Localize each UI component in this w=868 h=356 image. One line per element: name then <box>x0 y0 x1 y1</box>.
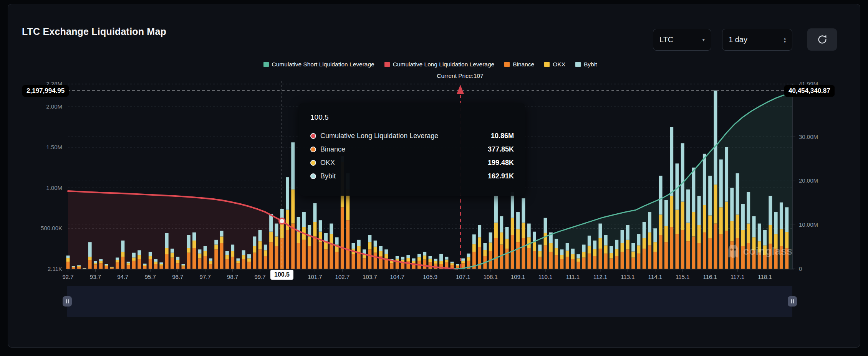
legend-swatch <box>384 62 390 67</box>
symbol-select[interactable]: LTC ▾ <box>653 29 711 51</box>
right-axis-tick-label: 30.00M <box>799 134 818 140</box>
x-axis-tick-label: 92.7 <box>62 274 73 280</box>
tooltip-row-label: OKX <box>320 159 335 167</box>
range-handle-right[interactable] <box>788 296 797 307</box>
page-title: LTC Exchange Liquidation Map <box>22 26 166 37</box>
x-axis-tick-label: 114.1 <box>648 274 662 280</box>
refresh-icon <box>816 33 828 46</box>
x-axis-tick-label: 101.7 <box>308 274 322 280</box>
legend-swatch <box>504 62 510 67</box>
x-axis-tick-label: 116.1 <box>703 274 717 280</box>
tooltip-title: 100.5 <box>310 113 514 122</box>
tooltip-row-value: 377.85K <box>488 145 514 153</box>
x-axis-tick-label: 95.7 <box>145 274 156 280</box>
left-max-value-pill: 2,197,994.95 <box>22 85 69 97</box>
tooltip-row: Cumulative Long Liquidation Leverage10.8… <box>310 129 514 143</box>
legend-label: Cumulative Long Liquidation Leverage <box>393 61 495 68</box>
legend-label: Binance <box>513 61 534 68</box>
series-dot-icon <box>310 160 316 166</box>
x-axis-tick-label: 98.7 <box>227 274 238 280</box>
x-axis-tick-label: 110.1 <box>538 274 552 280</box>
right-axis-tick-label: 0 <box>799 265 802 272</box>
left-axis-tick-label: 2.00M <box>46 103 62 110</box>
range-selector-track[interactable] <box>67 286 792 317</box>
tooltip-row: Binance377.85K <box>310 143 514 156</box>
up-down-spinner-icon: ▴▾ <box>784 36 786 43</box>
tooltip-row-value: 199.48K <box>488 159 514 167</box>
series-dot-icon <box>310 173 316 179</box>
tooltip-row: OKX199.48K <box>310 156 514 170</box>
current-price-arrow-icon <box>457 85 464 94</box>
tooltip-row-label: Cumulative Long Liquidation Leverage <box>320 132 438 140</box>
watermark-text: coinglass <box>743 246 793 257</box>
current-price-label: Current Price:107 <box>437 73 483 79</box>
chart-legend: Cumulative Short Liquidation LeverageCum… <box>68 61 792 68</box>
left-axis-tick-label: 1.50M <box>46 144 62 150</box>
tooltip-row-label: Bybit <box>320 172 336 180</box>
x-axis-tick-label: 117.1 <box>731 274 744 280</box>
x-axis-tick-label: 96.7 <box>172 274 183 280</box>
x-axis-tick-label: 109.1 <box>511 274 525 280</box>
legend-item-2[interactable]: Cumulative Long Liquidation Leverage <box>384 61 495 68</box>
tooltip-row-value: 10.86M <box>491 132 514 140</box>
x-axis-tick-label: 99.7 <box>254 274 265 280</box>
left-axis-tick-label: 2.11K <box>48 265 62 272</box>
legend-item-3[interactable]: Binance <box>504 61 534 68</box>
tooltip-row-label: Binance <box>320 145 345 153</box>
legend-item-5[interactable]: Bybit <box>575 61 597 68</box>
hover-marker-dot <box>279 218 285 224</box>
range-handle-left[interactable] <box>63 296 72 307</box>
legend-swatch <box>263 62 269 67</box>
tooltip-row: Bybit162.91K <box>310 170 514 183</box>
legend-label: OKX <box>553 61 565 68</box>
right-max-value-pill: 40,454,340.87 <box>784 85 835 97</box>
x-axis-tick-label: 115.1 <box>676 274 689 280</box>
x-axis-tick-label: 112.1 <box>593 274 607 280</box>
interval-select-value: 1 day <box>729 35 747 44</box>
x-axis-tick-label: 107.1 <box>456 274 470 280</box>
crosshair-x-label: 100.5 <box>270 270 293 280</box>
x-axis-tick-label: 108.1 <box>483 274 498 280</box>
left-axis-tick-label: 500.00K <box>41 225 62 231</box>
x-axis-tick-label: 103.7 <box>363 274 377 280</box>
x-axis-tick-label: 93.7 <box>90 274 101 280</box>
symbol-select-value: LTC <box>659 35 673 44</box>
legend-label: Cumulative Short Liquidation Leverage <box>272 61 374 68</box>
x-axis-tick-label: 94.7 <box>117 274 128 280</box>
refresh-button[interactable] <box>807 28 837 51</box>
watermark: coinglass <box>727 244 793 259</box>
legend-label: Bybit <box>584 61 597 68</box>
interval-select[interactable]: 1 day ▴▾ <box>722 29 792 51</box>
tooltip-row-value: 162.91K <box>488 172 514 180</box>
x-axis-tick-label: 111.1 <box>566 274 580 280</box>
x-axis-tick-label: 105.9 <box>423 274 437 280</box>
tooltip-rows: Cumulative Long Liquidation Leverage10.8… <box>310 129 514 183</box>
coinglass-ghost-icon <box>727 244 740 259</box>
x-axis-tick-label: 113.1 <box>621 274 634 280</box>
x-axis-tick-label: 118.1 <box>758 274 772 280</box>
x-axis-tick-label: 97.7 <box>200 274 211 280</box>
legend-item-4[interactable]: OKX <box>544 61 565 68</box>
series-dot-icon <box>310 147 316 152</box>
chevron-down-icon: ▾ <box>702 37 705 43</box>
right-axis-tick-label: 10.00M <box>799 221 818 228</box>
legend-swatch <box>544 62 550 67</box>
series-dot-icon <box>310 133 316 139</box>
legend-swatch <box>575 62 581 67</box>
x-axis-tick-label: 102.7 <box>335 274 350 280</box>
right-axis-tick-label: 20.00M <box>799 177 818 184</box>
legend-item-1[interactable]: Cumulative Short Liquidation Leverage <box>263 61 374 68</box>
left-axis-tick-label: 1.00M <box>46 185 62 191</box>
chart-tooltip: 100.5 Cumulative Long Liquidation Levera… <box>299 103 525 196</box>
x-axis-tick-label: 104.7 <box>390 274 404 280</box>
